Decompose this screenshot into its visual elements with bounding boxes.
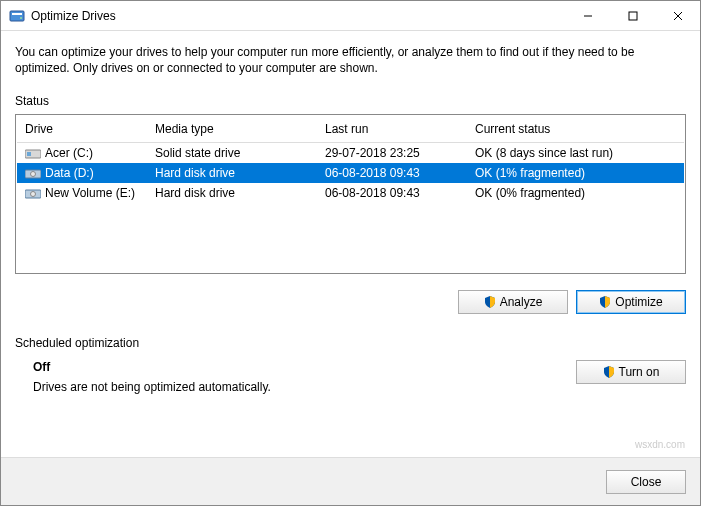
scheduled-row: Off Drives are not being optimized autom…	[15, 360, 686, 394]
drive-lastrun: 06-08-2018 09:43	[317, 163, 467, 183]
drive-media: Hard disk drive	[147, 163, 317, 183]
content-area: You can optimize your drives to help you…	[1, 31, 700, 457]
drives-list-box: Drive Media type Last run Current status…	[15, 114, 686, 274]
drive-lastrun: 29-07-2018 23:25	[317, 143, 467, 164]
shield-icon	[484, 296, 496, 308]
shield-icon	[603, 366, 615, 378]
window: Optimize Drives You can optimize your dr…	[0, 0, 701, 506]
drive-name: New Volume (E:)	[45, 186, 135, 200]
drive-icon	[25, 188, 41, 200]
table-row[interactable]: Acer (C:)Solid state drive29-07-2018 23:…	[17, 143, 684, 164]
close-button[interactable]: Close	[606, 470, 686, 494]
action-buttons-row: Analyze Optimize	[15, 290, 686, 314]
drives-table: Drive Media type Last run Current status…	[17, 116, 684, 203]
drive-media: Hard disk drive	[147, 183, 317, 203]
svg-rect-8	[27, 152, 31, 156]
window-controls	[565, 1, 700, 30]
col-lastrun[interactable]: Last run	[317, 116, 467, 143]
scheduled-info: Off Drives are not being optimized autom…	[15, 360, 576, 394]
scheduled-detail: Drives are not being optimized automatic…	[33, 380, 576, 394]
status-label: Status	[15, 94, 686, 108]
drive-icon	[25, 168, 41, 180]
drive-name: Data (D:)	[45, 166, 94, 180]
drive-lastrun: 06-08-2018 09:43	[317, 183, 467, 203]
drive-status: OK (0% fragmented)	[467, 183, 684, 203]
minimize-button[interactable]	[565, 1, 610, 30]
analyze-button[interactable]: Analyze	[458, 290, 568, 314]
drive-icon	[25, 148, 41, 160]
close-window-button[interactable]	[655, 1, 700, 30]
scheduled-label: Scheduled optimization	[15, 336, 686, 350]
table-row[interactable]: Data (D:)Hard disk drive06-08-2018 09:43…	[17, 163, 684, 183]
col-status[interactable]: Current status	[467, 116, 684, 143]
svg-point-12	[31, 192, 36, 197]
shield-icon	[599, 296, 611, 308]
analyze-label: Analyze	[500, 295, 543, 309]
drive-media: Solid state drive	[147, 143, 317, 164]
scheduled-state: Off	[33, 360, 576, 374]
drive-status: OK (8 days since last run)	[467, 143, 684, 164]
maximize-button[interactable]	[610, 1, 655, 30]
svg-point-10	[31, 172, 36, 177]
svg-point-2	[20, 17, 22, 19]
optimize-button[interactable]: Optimize	[576, 290, 686, 314]
description-text: You can optimize your drives to help you…	[15, 45, 686, 76]
footer: Close	[1, 457, 700, 505]
app-icon	[9, 8, 25, 24]
watermark: wsxdn.com	[635, 439, 685, 450]
drive-status: OK (1% fragmented)	[467, 163, 684, 183]
col-media[interactable]: Media type	[147, 116, 317, 143]
drive-name: Acer (C:)	[45, 146, 93, 160]
optimize-label: Optimize	[615, 295, 662, 309]
window-title: Optimize Drives	[31, 9, 565, 23]
table-header-row: Drive Media type Last run Current status	[17, 116, 684, 143]
turn-on-button[interactable]: Turn on	[576, 360, 686, 384]
svg-rect-4	[629, 12, 637, 20]
svg-rect-0	[10, 11, 24, 21]
col-drive[interactable]: Drive	[17, 116, 147, 143]
table-row[interactable]: New Volume (E:)Hard disk drive06-08-2018…	[17, 183, 684, 203]
titlebar: Optimize Drives	[1, 1, 700, 31]
svg-rect-1	[12, 13, 22, 15]
turn-on-label: Turn on	[619, 365, 660, 379]
